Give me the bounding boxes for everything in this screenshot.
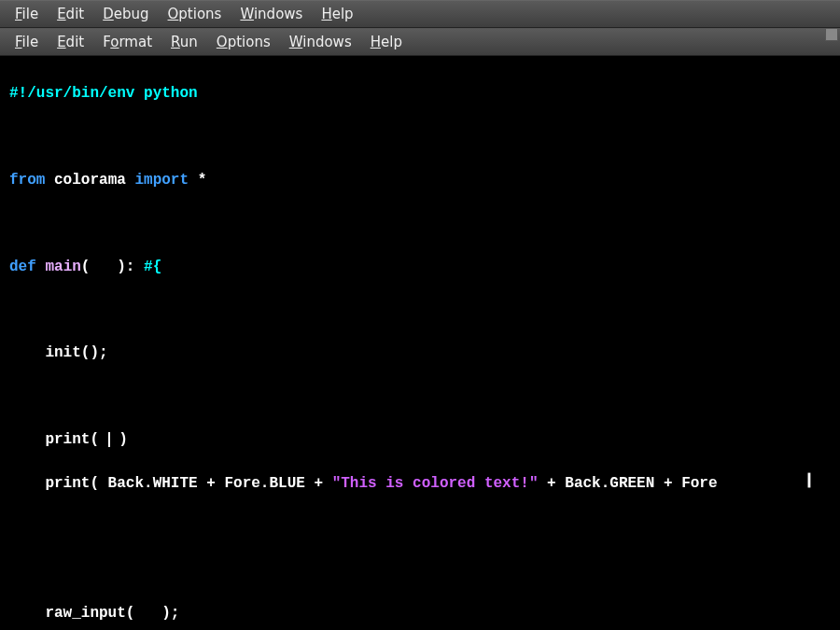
menu2-windows[interactable]: Windows [282, 32, 359, 52]
menu-edit[interactable]: Edit [49, 4, 91, 24]
func-main: main [45, 259, 80, 275]
menu2-options[interactable]: Options [209, 32, 278, 52]
text-cursor [108, 432, 110, 447]
call-print2: print( [45, 475, 99, 492]
brace-open: #{ [144, 259, 161, 275]
code-editor[interactable]: #!/usr/bin/env python from colorama impo… [0, 56, 840, 630]
paren: ( ): [81, 259, 135, 275]
call-rawinput: raw_input( ); [45, 605, 179, 622]
module-name: colorama [54, 172, 126, 189]
string-literal: "This is colored text!" [332, 475, 539, 492]
call-init: init(); [45, 344, 107, 361]
import-star: * [198, 172, 207, 189]
menu-windows[interactable]: Windows [232, 4, 310, 24]
expr-a: Back.WHITE + Fore.BLUE + [99, 475, 332, 492]
expr-b: + Back.GREEN + Fore [539, 475, 718, 492]
menu-options[interactable]: Options [161, 4, 230, 24]
keyword-from: from [9, 172, 45, 189]
menu-help[interactable]: Help [314, 4, 360, 24]
menu2-file[interactable]: File [7, 32, 46, 52]
keyword-import: import [134, 172, 189, 189]
inner-menubar: File Edit Format Run Options Windows Hel… [0, 28, 840, 56]
menu2-edit[interactable]: Edit [49, 32, 91, 52]
menu2-help[interactable]: Help [363, 32, 410, 52]
outer-menubar: File Edit Debug Options Windows Help [0, 0, 840, 28]
menu-debug[interactable]: Debug [95, 4, 156, 24]
paren-close: ) [119, 431, 128, 448]
scroll-up-button[interactable] [825, 28, 838, 41]
keyword-def: def [9, 259, 36, 275]
shebang-line: #!/usr/bin/env python [9, 85, 198, 102]
call-print1: print( [45, 431, 99, 448]
menu2-format[interactable]: Format [95, 32, 160, 52]
menu2-run[interactable]: Run [163, 32, 205, 52]
menu-file[interactable]: File [7, 4, 46, 24]
